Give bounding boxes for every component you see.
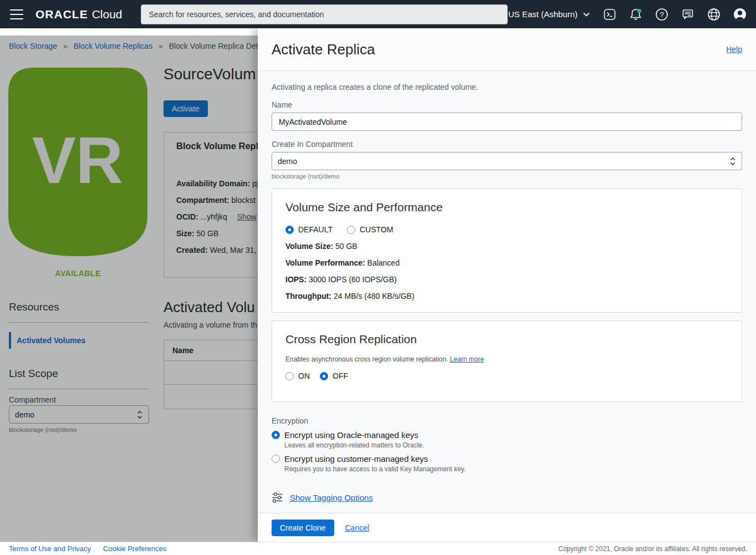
page-footer: Terms of Use and Privacy Cookie Preferen… (0, 542, 756, 555)
create-in-compartment-hint: blockstorage (root)/demo (272, 173, 742, 180)
topbar-actions: US East (Ashburn) ? (508, 7, 747, 22)
cancel-link[interactable]: Cancel (345, 523, 370, 532)
name-input[interactable] (272, 113, 742, 131)
logo-cloud-text: Cloud (92, 8, 122, 21)
radio-default[interactable]: DEFAULT (285, 225, 333, 234)
tagging-options-row: Show Tagging Options (272, 492, 742, 503)
search-input[interactable] (141, 4, 508, 24)
create-in-compartment-select[interactable]: demo (272, 152, 742, 170)
radio-customer-managed-keys[interactable]: Encrypt using customer-managed keys (272, 454, 742, 464)
volume-size-line: Volume Size: 50 GB (285, 242, 728, 251)
terms-link[interactable]: Terms of Use and Privacy (9, 544, 91, 553)
radio-button-icon (272, 455, 280, 463)
radio-replication-on[interactable]: ON (285, 371, 310, 380)
oracle-cloud-logo[interactable]: ORACLE Cloud (35, 8, 122, 21)
create-clone-button[interactable]: Create Clone (272, 520, 334, 536)
help-link[interactable]: Help (726, 45, 742, 54)
replication-card-title: Cross Region Replication (285, 333, 728, 346)
svg-text:?: ? (660, 10, 663, 18)
drawer-title: Activate Replica (272, 41, 375, 58)
customer-managed-keys-description: Requires you to have access to a valid K… (284, 465, 742, 473)
radio-custom[interactable]: CUSTOM (347, 225, 393, 234)
name-label: Name (272, 100, 742, 109)
volume-performance-line: Volume Performance: Balanced (285, 258, 728, 267)
oracle-managed-keys-description: Leaves all encryption-related matters to… (284, 441, 742, 449)
drawer-header: Activate Replica Help (258, 28, 756, 71)
user-avatar-icon[interactable] (733, 7, 747, 22)
radio-button-icon (272, 431, 280, 439)
drawer-footer: Create Clone Cancel (258, 513, 756, 542)
copyright-text: Copyright © 2021, Oracle and/or its affi… (558, 545, 747, 553)
help-icon[interactable]: ? (655, 7, 669, 22)
hamburger-icon[interactable] (10, 9, 23, 19)
feedback-icon[interactable] (681, 7, 695, 22)
radio-button-icon (285, 372, 294, 380)
radio-button-icon (320, 372, 328, 380)
globe-icon[interactable] (707, 7, 721, 22)
notification-dot (637, 8, 641, 12)
chevron-down-icon (582, 10, 591, 19)
global-search (141, 4, 508, 24)
create-in-compartment-label: Create In Compartment (272, 140, 742, 149)
radio-replication-off[interactable]: OFF (320, 371, 348, 380)
iops-line: IOPS: 3000 IOPS (60 IOPS/GB) (285, 275, 728, 284)
volume-size-performance-card: Volume Size and Performance DEFAULT CUST… (272, 189, 742, 313)
learn-more-link[interactable]: Learn more (450, 355, 484, 363)
show-tagging-options-link[interactable]: Show Tagging Options (290, 493, 373, 502)
notifications-icon[interactable] (629, 7, 643, 22)
tagging-options-icon (272, 492, 283, 503)
cookie-preferences-link[interactable]: Cookie Preferences (103, 544, 166, 553)
encryption-label: Encryption (272, 416, 742, 425)
throughput-line: Throughput: 24 MB/s (480 KB/s/GB) (285, 292, 728, 301)
drawer-description: Activating a replica creates a clone of … (272, 83, 742, 91)
radio-button-icon (285, 226, 294, 234)
activate-replica-drawer: Activate Replica Help Activating a repli… (258, 28, 756, 542)
cross-region-replication-card: Cross Region Replication Enables asynchr… (272, 320, 742, 402)
region-label: US East (Ashburn) (508, 9, 578, 19)
logo-oracle-text: ORACLE (35, 8, 88, 21)
volume-card-title: Volume Size and Performance (285, 201, 728, 214)
radio-button-icon (347, 226, 355, 234)
region-selector[interactable]: US East (Ashburn) (508, 9, 591, 19)
radio-oracle-managed-keys[interactable]: Encrypt using Oracle-managed keys (272, 430, 742, 440)
replication-description: Enables asynchronous cross region volume… (285, 355, 728, 363)
select-chevrons-icon (729, 156, 736, 166)
drawer-body: Activating a replica creates a clone of … (258, 72, 756, 513)
cloud-shell-icon[interactable] (602, 7, 617, 22)
create-in-compartment-value: demo (278, 157, 297, 166)
page-content: Block Storage » Block Volume Replicas » … (0, 28, 756, 542)
top-navigation-bar: ORACLE Cloud US East (Ashburn) ? (0, 0, 756, 28)
